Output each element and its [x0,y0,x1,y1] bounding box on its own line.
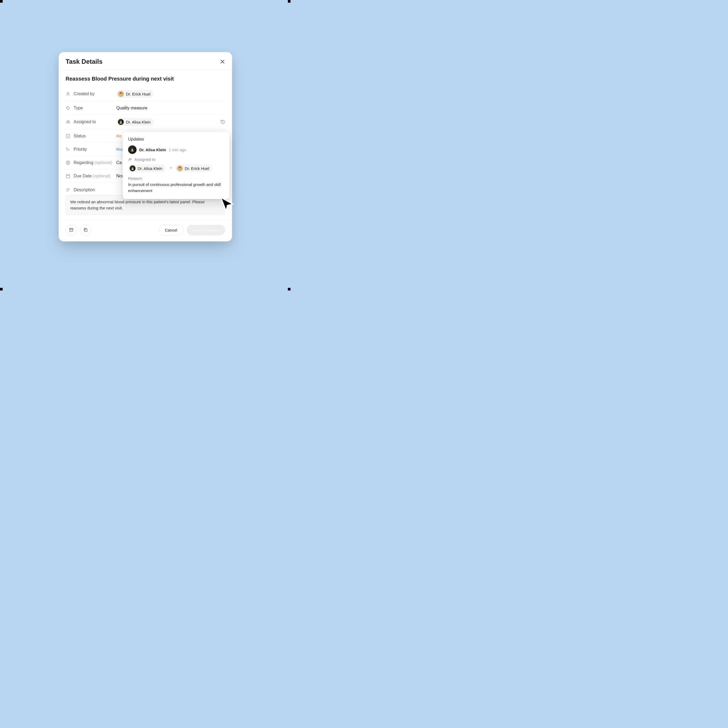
svg-point-0 [67,92,69,94]
svg-point-11 [130,159,132,159]
to-chip: 👨‍⚕️ Dr. Erick Huel [175,164,213,172]
changed-field-label: Assigned to [135,157,155,162]
svg-rect-4 [66,134,70,138]
calendar-icon [66,174,71,179]
field-label: Status [73,134,116,138]
avatar: 👩‍⚕️ [128,145,136,154]
field-label: Description [73,188,116,192]
svg-rect-8 [69,228,73,229]
assigned-to-chip[interactable]: 👩‍⚕️ Dr. Alisa Klein [116,118,154,126]
arrow-right-icon [168,166,173,171]
svg-rect-7 [66,174,70,177]
modal-header: Task Details [59,52,232,70]
field-label: Priority [73,147,116,152]
from-chip: 👩‍⚕️ Dr. Alisa Klein [128,164,166,172]
field-label: Due Date (optional) [73,174,116,179]
field-label: Created by [73,92,116,96]
close-button[interactable] [220,59,225,64]
updates-popover: Updates 👩‍⚕️ Dr. Alisa Klein 1 min ago A… [123,132,229,199]
archive-icon [69,228,73,232]
history-button[interactable] [220,119,225,124]
text-icon [66,188,71,192]
avatar: 👨‍⚕️ [177,165,183,171]
type-value[interactable]: Quality measure [116,106,225,110]
avatar: 👩‍⚕️ [118,119,124,125]
svg-point-2 [67,121,68,122]
field-type: Type Quality measure [66,101,225,115]
svg-point-6 [67,162,69,164]
update-actor: Dr. Alisa Klein [139,147,166,152]
close-icon [220,60,225,64]
field-label: Assigned to [73,119,116,124]
people-icon [128,158,132,162]
update-time: 1 min ago [168,147,186,152]
field-label: Type [73,106,116,110]
task-details-modal: Task Details Reassess Blood Pressure dur… [59,52,232,242]
cancel-button[interactable]: Cancel [159,225,184,235]
archive-button[interactable] [66,224,77,236]
copy-button[interactable] [80,224,91,236]
task-title: Reassess Blood Pressure during next visi… [66,76,225,82]
svg-point-1 [67,107,67,107]
status-value[interactable]: Re [116,134,121,138]
field-label: Regarding (optional) [73,160,116,165]
reason-text: In pursuit of continuous professional gr… [128,182,224,194]
svg-point-10 [129,159,130,159]
priority-icon [66,147,71,152]
modal-footer: Cancel Save Changes [59,220,232,242]
modal-title: Task Details [66,58,102,65]
save-button[interactable]: Save Changes [187,225,225,235]
created-by-name: Dr. Erick Huel [126,92,150,96]
field-created-by: Created by 👨‍⚕️ Dr. Erick Huel [66,87,225,101]
copy-icon [83,228,88,232]
tag-icon [66,106,71,110]
checkbox-icon [66,134,71,138]
history-icon [220,119,225,124]
svg-rect-9 [85,229,87,232]
person-icon [66,92,71,96]
svg-point-3 [68,121,70,122]
svg-point-5 [66,161,70,165]
field-assigned-to: Assigned to 👩‍⚕️ Dr. Alisa Klein [66,115,225,129]
reason-label: Reason: [128,176,224,180]
assigned-to-name: Dr. Alisa Klein [126,120,151,124]
target-icon [66,160,71,165]
popover-title: Updates [128,137,224,142]
people-icon [66,119,71,124]
created-by-chip[interactable]: 👨‍⚕️ Dr. Erick Huel [116,90,154,98]
avatar: 👩‍⚕️ [130,165,136,171]
avatar: 👨‍⚕️ [118,91,124,97]
